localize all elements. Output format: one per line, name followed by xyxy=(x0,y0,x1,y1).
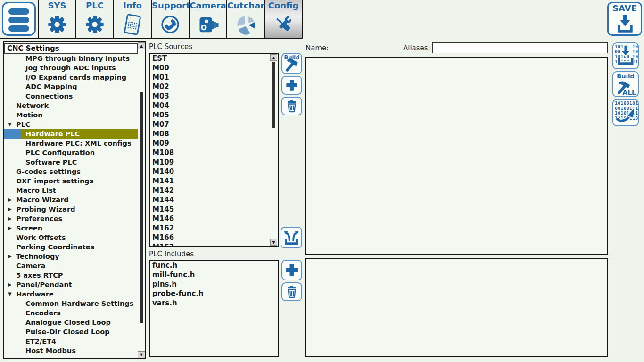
source-item-m05[interactable]: M05 xyxy=(150,110,278,120)
main-menu-button[interactable] xyxy=(2,2,36,36)
tree-item-hardware[interactable]: ▼Hardware xyxy=(4,289,138,299)
tab-cutchart[interactable]: Cutchart xyxy=(227,0,265,39)
source-item-m146[interactable]: M146 xyxy=(150,214,278,223)
tree-item-macro-list[interactable]: Macro List xyxy=(4,186,138,195)
source-item-m166[interactable]: M166 xyxy=(150,233,278,242)
collapsed-arrow-icon[interactable]: ▶ xyxy=(8,252,12,261)
source-item-m07[interactable]: M07 xyxy=(150,120,278,129)
tree-scrollbar-thumb[interactable] xyxy=(140,92,143,323)
plc-includes-list[interactable]: func.hmill-func.hpins.hprobe-func.hvars.… xyxy=(149,260,279,357)
save-button-label: SAVE xyxy=(609,3,641,13)
tree-item-5-axes-rtcp[interactable]: 5 axes RTCP xyxy=(4,271,138,280)
build-button[interactable]: Build xyxy=(281,53,302,74)
source-item-m109[interactable]: M109 xyxy=(150,157,278,167)
source-item-m144[interactable]: M144 xyxy=(150,195,278,205)
tab-camera[interactable]: Camera xyxy=(190,0,227,39)
include-item-pins-h[interactable]: pins.h xyxy=(150,280,278,289)
tab-config[interactable]: Config xyxy=(265,0,303,39)
tree-item-camera[interactable]: Camera xyxy=(4,261,138,271)
source-item-m108[interactable]: M108 xyxy=(150,148,278,157)
tree-scroll-down-button[interactable]: ▼ xyxy=(138,351,145,358)
collapsed-arrow-icon[interactable]: ▶ xyxy=(8,223,12,233)
include-item-vars-h[interactable]: vars.h xyxy=(150,298,278,308)
tree-item-probing-wizard[interactable]: ▶Probing Wizard xyxy=(4,205,138,214)
collapsed-arrow-icon[interactable]: ▶ xyxy=(8,195,12,205)
include-item-func-h[interactable]: func.h xyxy=(150,261,278,270)
tree-item-plc-configuration[interactable]: PLC Configuration xyxy=(4,148,138,157)
source-item-m08[interactable]: M08 xyxy=(150,129,278,139)
tree-item-common-hardware-settings[interactable]: Common Hardware Settings xyxy=(4,299,138,308)
restore-sources-button[interactable] xyxy=(281,227,302,248)
source-item-m00[interactable]: M00 xyxy=(150,63,278,73)
delete-source-button[interactable] xyxy=(281,97,302,115)
collapsed-arrow-icon[interactable]: ▶ xyxy=(8,214,12,223)
source-item-m145[interactable]: M145 xyxy=(150,205,278,214)
tab-support[interactable]: Support xyxy=(152,0,190,39)
source-item-m140[interactable]: M140 xyxy=(150,167,278,176)
source-item-m01[interactable]: M01 xyxy=(150,73,278,82)
tree-item-macro-wizard[interactable]: ▶Macro Wizard xyxy=(4,195,138,205)
tree-item-preferences[interactable]: ▶Preferences xyxy=(4,214,138,223)
tree-item-work-offsets[interactable]: Work Offsets xyxy=(4,233,138,242)
tree-item-motion[interactable]: Motion xyxy=(4,110,138,120)
tree-item-software-plc[interactable]: Software PLC xyxy=(4,157,138,167)
tab-label: Cutchart xyxy=(227,0,264,10)
save-binary-button[interactable]: 10101 1011 00101 1010 10100 1001 1010010… xyxy=(612,42,639,69)
settings-tree: MPG through binary inputsJog through ADC… xyxy=(4,54,138,357)
tab-sys[interactable]: SYS xyxy=(39,0,76,39)
source-item-m09[interactable]: M09 xyxy=(150,139,278,148)
tree-item-g-codes-settings[interactable]: G-codes settings xyxy=(4,167,138,176)
sources-scroll-up-button[interactable]: ▲ xyxy=(270,54,277,61)
source-item-m04[interactable]: M04 xyxy=(150,101,278,110)
tree-item-adc-mapping[interactable]: ADC Mapping xyxy=(4,82,138,91)
source-item-m03[interactable]: M03 xyxy=(150,91,278,101)
plc-sources-list[interactable]: ESTM00M01M02M03M04M05M07M08M09M108M109M1… xyxy=(149,53,279,247)
tree-item-pulse-dir-closed-loop[interactable]: Pulse-Dir Closed Loop xyxy=(4,327,138,337)
settings-tree-header[interactable]: CNC Settings xyxy=(4,43,138,54)
tree-item-parking-coordinates[interactable]: Parking Coordinates xyxy=(4,242,138,252)
expanded-arrow-icon[interactable]: ▼ xyxy=(8,289,12,299)
delete-include-button[interactable] xyxy=(281,282,302,301)
include-item-probe-func-h[interactable]: probe-func.h xyxy=(150,289,278,298)
collapsed-arrow-icon[interactable]: ▶ xyxy=(8,280,12,289)
tab-info[interactable]: Info xyxy=(114,0,152,39)
add-include-button[interactable] xyxy=(281,260,302,280)
tree-item-encoders[interactable]: Encoders xyxy=(4,308,138,318)
tree-scroll-up-button[interactable]: ▲ xyxy=(138,42,145,49)
tree-item-technology[interactable]: ▶Technology xyxy=(4,252,138,261)
tree-item-network[interactable]: Network xyxy=(4,101,138,110)
collapsed-arrow-icon[interactable]: ▶ xyxy=(8,205,12,214)
save-button[interactable]: SAVE xyxy=(607,2,642,36)
tab-plc[interactable]: PLC xyxy=(76,0,114,39)
tree-item-analogue-closed-loop[interactable]: Analogue Closed Loop xyxy=(4,318,138,327)
tree-item-screen[interactable]: ▶Screen xyxy=(4,223,138,233)
tree-item-et2-et4[interactable]: ET2/ET4 xyxy=(4,337,138,346)
include-item-mill-func-h[interactable]: mill-func.h xyxy=(150,270,278,280)
tree-item-i-o-expand-cards-mapping[interactable]: I/O Expand cards mapping xyxy=(4,73,138,82)
tree-item-jog-through-adc-inputs[interactable]: Jog through ADC inputs xyxy=(4,63,138,73)
tree-item-hardware-plc[interactable]: Hardware PLC xyxy=(4,129,138,139)
aliases-input[interactable] xyxy=(432,42,608,53)
tree-item-host-modbus[interactable]: Host Modbus xyxy=(4,346,138,355)
source-item-m02[interactable]: M02 xyxy=(150,82,278,91)
tree-item-connections[interactable]: Connections xyxy=(4,91,138,101)
source-item-m162[interactable]: M162 xyxy=(150,223,278,233)
tree-item-dxf-import-settings[interactable]: DXF import settings xyxy=(4,176,138,186)
build-all-button[interactable]: Build ALL xyxy=(612,71,639,97)
source-item-m167[interactable]: M167 xyxy=(150,242,278,247)
sources-scroll-down-button[interactable]: ▼ xyxy=(270,239,277,246)
plc-source-editor[interactable] xyxy=(305,57,608,255)
source-item-est[interactable]: EST xyxy=(150,54,278,63)
expanded-arrow-icon[interactable]: ▼ xyxy=(8,120,12,129)
tree-item-panel-pendant[interactable]: ▶Panel/Pendant xyxy=(4,280,138,289)
sources-scrollbar-thumb[interactable] xyxy=(272,62,275,128)
add-source-button[interactable] xyxy=(281,76,302,95)
send-binary-button[interactable]: 101001011 001001010 101010011 101001101 xyxy=(612,99,639,126)
source-item-m141[interactable]: M141 xyxy=(150,176,278,186)
camera-icon xyxy=(190,12,226,37)
tree-item-hardware-plc-xml-configs[interactable]: Hardware PLC: XML configs xyxy=(4,139,138,148)
build-output-area[interactable] xyxy=(305,258,608,357)
tree-item-plc[interactable]: ▼PLC xyxy=(4,120,138,129)
tree-item-mpg-through-binary-inputs[interactable]: MPG through binary inputs xyxy=(4,54,138,63)
source-item-m142[interactable]: M142 xyxy=(150,186,278,195)
